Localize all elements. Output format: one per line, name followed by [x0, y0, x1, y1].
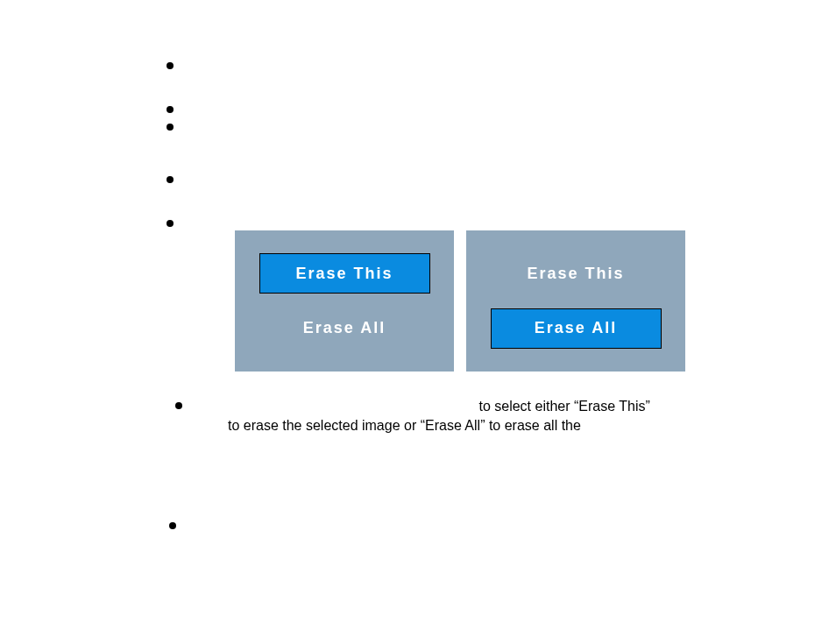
list-item-erase-instruction: xxxxxxxxxxxxxxxxxxxxxxxxxxxxxxxxxxxxxxx … [175, 397, 771, 436]
erase-panel-left: Erase This Erase All [235, 230, 454, 372]
erase-all-button[interactable]: Erase All [491, 308, 662, 349]
erase-panel-right: Erase This Erase All [466, 230, 685, 372]
erase-this-button[interactable]: Erase This [491, 253, 662, 294]
instruction-text-p2: to erase the selected image or “Erase Al… [202, 418, 581, 433]
erase-all-label: Erase All [303, 319, 386, 337]
erase-all-label: Erase All [535, 319, 617, 337]
instruction-text-p1: to select either “Erase This” [475, 399, 650, 414]
erase-this-label: Erase This [527, 265, 624, 283]
erase-menu-screenshots: Erase This Erase All Erase This Erase Al… [235, 230, 685, 372]
erase-this-label: Erase This [295, 265, 393, 283]
erase-all-button[interactable]: Erase All [259, 308, 430, 349]
erase-this-button[interactable]: Erase This [259, 253, 430, 294]
